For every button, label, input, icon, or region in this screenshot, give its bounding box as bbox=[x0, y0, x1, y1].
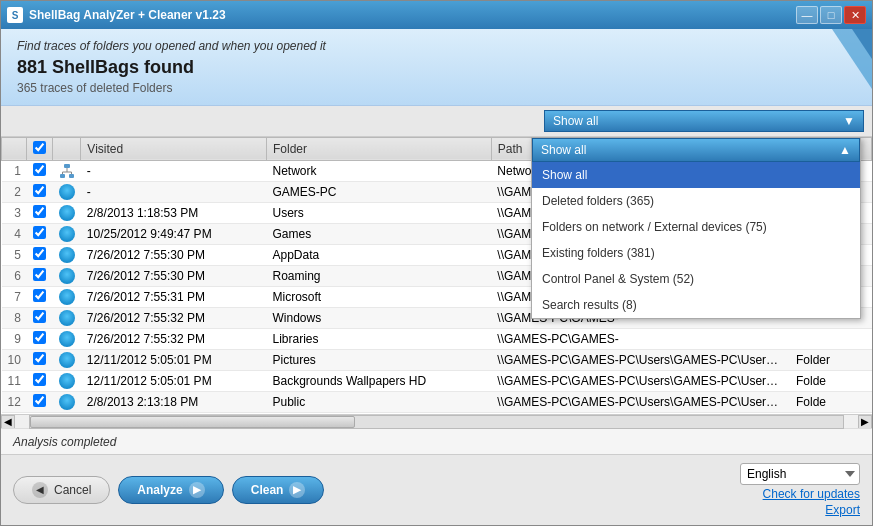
row-number: 1 bbox=[2, 160, 27, 181]
close-button[interactable]: ✕ bbox=[844, 6, 866, 24]
row-visited: 2/8/2013 1:18:53 PM bbox=[81, 202, 267, 223]
row-visited: 7/26/2012 7:55:30 PM bbox=[81, 265, 267, 286]
svg-rect-3 bbox=[60, 174, 65, 178]
svg-rect-4 bbox=[69, 174, 74, 178]
row-checkbox-cell[interactable] bbox=[27, 223, 53, 244]
dropdown-item-control[interactable]: Control Panel & System (52) bbox=[532, 266, 860, 292]
row-visited: 7/26/2012 7:55:30 PM bbox=[81, 244, 267, 265]
row-checkbox-cell[interactable] bbox=[27, 328, 53, 349]
row-number: 8 bbox=[2, 307, 27, 328]
row-checkbox[interactable] bbox=[33, 352, 46, 365]
cancel-arrow-icon: ◀ bbox=[32, 482, 48, 498]
row-path: \\GAMES-PC\GAMES- bbox=[491, 328, 790, 349]
row-checkbox[interactable] bbox=[33, 184, 46, 197]
row-folder: Pictures bbox=[267, 349, 492, 370]
header-title: 881 ShellBags found bbox=[17, 57, 856, 79]
bottom-bar: ◀ Cancel Analyze ▶ Clean ▶ English Frenc… bbox=[1, 454, 872, 525]
minimize-button[interactable]: — bbox=[796, 6, 818, 24]
filter-dropdown-button[interactable]: Show all ▼ bbox=[544, 110, 864, 132]
clean-label: Clean bbox=[251, 483, 284, 497]
col-visited-header: Visited bbox=[81, 137, 267, 160]
row-checkbox[interactable] bbox=[33, 310, 46, 323]
row-checkbox-cell[interactable] bbox=[27, 202, 53, 223]
row-checkbox-cell[interactable] bbox=[27, 181, 53, 202]
globe-icon bbox=[59, 331, 75, 347]
check-updates-button[interactable]: Check for updates bbox=[763, 487, 860, 501]
clean-button[interactable]: Clean ▶ bbox=[232, 476, 325, 504]
row-folder: Roaming bbox=[267, 265, 492, 286]
dropdown-header[interactable]: Show all ▲ bbox=[532, 138, 860, 162]
row-checkbox-cell[interactable] bbox=[27, 349, 53, 370]
language-select[interactable]: English French German Spanish bbox=[740, 463, 860, 485]
globe-icon bbox=[59, 184, 75, 200]
scroll-track[interactable] bbox=[29, 415, 844, 429]
row-checkbox-cell[interactable] bbox=[27, 286, 53, 307]
row-number: 13 bbox=[2, 412, 27, 414]
col-num bbox=[2, 137, 27, 160]
row-checkbox[interactable] bbox=[33, 205, 46, 218]
row-checkbox-cell[interactable] bbox=[27, 160, 53, 181]
row-folder: Backgrounds Wallpapers HD bbox=[267, 370, 492, 391]
row-folder: AppData bbox=[267, 244, 492, 265]
globe-icon bbox=[59, 205, 75, 221]
maximize-button[interactable]: □ bbox=[820, 6, 842, 24]
row-checkbox[interactable] bbox=[33, 331, 46, 344]
dropdown-item-existing[interactable]: Existing folders (381) bbox=[532, 240, 860, 266]
row-visited: - bbox=[81, 181, 267, 202]
row-checkbox-cell[interactable] bbox=[27, 391, 53, 412]
row-icon-cell bbox=[53, 307, 81, 328]
dropdown-item-deleted[interactable]: Deleted folders (365) bbox=[532, 188, 860, 214]
row-folder: Windows bbox=[267, 307, 492, 328]
table-row: 1112/11/2012 5:05:01 PMBackgrounds Wallp… bbox=[2, 370, 872, 391]
row-checkbox[interactable] bbox=[33, 394, 46, 407]
globe-icon bbox=[59, 289, 75, 305]
row-checkbox-cell[interactable] bbox=[27, 307, 53, 328]
dropdown-item-search[interactable]: Search results (8) bbox=[532, 292, 860, 318]
row-icon-cell bbox=[53, 202, 81, 223]
row-checkbox[interactable] bbox=[33, 247, 46, 260]
col-check[interactable] bbox=[27, 137, 53, 160]
network-icon bbox=[59, 163, 75, 179]
dropdown-item-network[interactable]: Folders on network / External devices (7… bbox=[532, 214, 860, 240]
row-checkbox-cell[interactable] bbox=[27, 265, 53, 286]
chevron-up-icon: ▲ bbox=[839, 143, 851, 157]
row-checkbox[interactable] bbox=[33, 268, 46, 281]
dropdown-item-showall[interactable]: Show all bbox=[532, 162, 860, 188]
scroll-right-btn[interactable]: ▶ bbox=[858, 415, 872, 429]
analyze-button[interactable]: Analyze ▶ bbox=[118, 476, 223, 504]
row-checkbox[interactable] bbox=[33, 163, 46, 176]
export-button[interactable]: Export bbox=[825, 503, 860, 517]
analyze-arrow-icon: ▶ bbox=[189, 482, 205, 498]
row-checkbox[interactable] bbox=[33, 226, 46, 239]
clean-arrow-icon: ▶ bbox=[289, 482, 305, 498]
row-last: Folder bbox=[790, 349, 871, 370]
status-bar: Analysis completed bbox=[1, 428, 872, 454]
row-icon-cell bbox=[53, 286, 81, 307]
row-number: 5 bbox=[2, 244, 27, 265]
row-checkbox-cell[interactable] bbox=[27, 370, 53, 391]
row-path: \\GAMES-PC\GAMES-PC\Users\GAMES-PC\Users… bbox=[491, 391, 790, 412]
row-icon-cell bbox=[53, 265, 81, 286]
cancel-button[interactable]: ◀ Cancel bbox=[13, 476, 110, 504]
row-icon-cell bbox=[53, 181, 81, 202]
row-checkbox-cell[interactable] bbox=[27, 244, 53, 265]
main-window: S ShellBag AnalyZer + Cleaner v1.23 — □ … bbox=[0, 0, 873, 526]
row-number: 7 bbox=[2, 286, 27, 307]
horizontal-scrollbar[interactable]: ◀ ▶ bbox=[1, 414, 872, 428]
filter-select-wrapper: Show all ▼ bbox=[544, 110, 864, 132]
scroll-thumb bbox=[30, 416, 355, 428]
scroll-left-btn[interactable]: ◀ bbox=[1, 415, 15, 429]
analyze-label: Analyze bbox=[137, 483, 182, 497]
globe-icon bbox=[59, 268, 75, 284]
row-checkbox[interactable] bbox=[33, 373, 46, 386]
globe-icon bbox=[59, 394, 75, 410]
col-folder-header: Folder bbox=[267, 137, 492, 160]
row-visited: 7/26/2012 7:55:31 PM bbox=[81, 286, 267, 307]
row-checkbox[interactable] bbox=[33, 289, 46, 302]
window-controls: — □ ✕ bbox=[796, 6, 866, 24]
action-buttons: ◀ Cancel Analyze ▶ Clean ▶ bbox=[13, 476, 324, 504]
row-path: \\GAMES-PC\GAMES-PC\Users\GAMES-PC\Users… bbox=[491, 349, 790, 370]
select-all-checkbox[interactable] bbox=[33, 141, 46, 154]
row-folder: Microsoft bbox=[267, 286, 492, 307]
bottom-right: English French German Spanish Check for … bbox=[740, 463, 860, 517]
